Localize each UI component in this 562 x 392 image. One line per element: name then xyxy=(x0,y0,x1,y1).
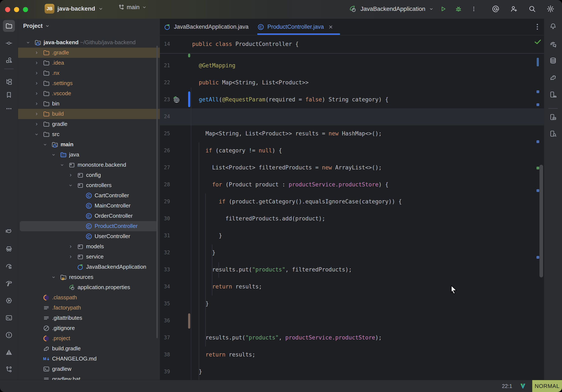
toolwindow-button-gradle[interactable] xyxy=(547,72,559,83)
error-stripe-mark[interactable] xyxy=(537,90,539,93)
tree-item-.project[interactable]: .project xyxy=(18,333,160,344)
tree-item-service[interactable]: service xyxy=(18,252,160,262)
ai-assistant-button[interactable] xyxy=(490,3,502,15)
line-number[interactable]: 22 xyxy=(160,74,170,91)
chevron-down-icon[interactable] xyxy=(34,132,39,137)
tree-item-.nx[interactable]: .nx xyxy=(18,68,160,78)
settings-button[interactable] xyxy=(545,3,556,15)
tree-item-MainController[interactable]: CMainController xyxy=(18,201,160,211)
toolwindow-button-device-search[interactable] xyxy=(547,128,559,140)
toolwindow-button-database[interactable] xyxy=(547,55,559,67)
chevron-down-icon[interactable] xyxy=(60,163,64,167)
line-number[interactable]: 36 xyxy=(160,312,170,329)
tree-item-models[interactable]: models xyxy=(18,241,160,252)
branch-widget[interactable]: main xyxy=(118,4,147,11)
run-button[interactable] xyxy=(437,3,449,15)
tree-item-java-backend[interactable]: java-backend ~/Github/java-backend xyxy=(18,37,160,48)
tree-item-src[interactable]: src xyxy=(18,129,160,140)
line-number[interactable]: 28 xyxy=(160,176,170,193)
tree-item-main[interactable]: main xyxy=(18,140,160,150)
chevron-right-icon[interactable] xyxy=(34,50,39,55)
line-number[interactable]: 24 xyxy=(160,108,170,125)
toolwindow-button-services[interactable] xyxy=(3,295,15,307)
tree-item-.gradle[interactable]: .gradle xyxy=(18,48,160,58)
chevron-down-icon[interactable] xyxy=(68,183,73,188)
tree-item-UserController[interactable]: CUserController xyxy=(18,231,160,241)
tree-item-application.properties[interactable]: application.properties xyxy=(18,282,160,293)
tree-item-java[interactable]: java xyxy=(18,150,160,160)
tree-item-bin[interactable]: bin xyxy=(18,99,160,109)
endpoint-globe-icon[interactable] xyxy=(172,96,181,104)
toolwindow-button-profiler[interactable] xyxy=(3,260,15,272)
error-stripe-mark[interactable] xyxy=(537,256,539,259)
tree-item-JavaBackendApplication[interactable]: JavaBackendApplication xyxy=(18,262,160,272)
toolwindow-button-more-dots[interactable] xyxy=(3,103,15,115)
line-number[interactable]: 14 xyxy=(160,35,170,53)
chevron-right-icon[interactable] xyxy=(68,173,73,178)
gutter-change-modified-marker[interactable] xyxy=(188,91,190,107)
chevron-right-icon[interactable] xyxy=(34,122,39,127)
error-stripe-mark[interactable] xyxy=(537,58,539,66)
tab-options-kebab-icon[interactable] xyxy=(533,23,542,31)
chevron-right-icon[interactable] xyxy=(34,112,39,116)
editor-tab-JavaBackendApplication.java[interactable]: JavaBackendApplication.java xyxy=(164,19,248,35)
line-number[interactable]: 38 xyxy=(160,346,170,363)
error-stripe-mark[interactable] xyxy=(537,140,539,143)
error-stripe-mark[interactable] xyxy=(537,189,539,192)
chevron-right-icon[interactable] xyxy=(34,91,39,96)
toolwindow-button-incognito[interactable] xyxy=(3,243,15,255)
search-everywhere-button[interactable] xyxy=(526,3,538,15)
gutter-change-whitespace-marker[interactable] xyxy=(188,313,190,329)
toolwindow-button-device-card[interactable] xyxy=(547,111,559,123)
tree-item-.gitignore[interactable]: .gitignore xyxy=(18,323,160,333)
ideavim-icon[interactable] xyxy=(519,383,526,390)
tree-item-resources[interactable]: resources xyxy=(18,272,160,282)
tree-item-.classpath[interactable]: .classpath xyxy=(18,293,160,303)
project-tree-scrollbar[interactable] xyxy=(156,46,158,338)
line-number[interactable]: 31 xyxy=(160,227,170,244)
chevron-right-icon[interactable] xyxy=(68,254,73,259)
vim-mode-badge[interactable]: NORMAL xyxy=(532,380,562,392)
debug-button[interactable] xyxy=(453,3,464,15)
line-number[interactable]: 21 xyxy=(160,57,170,74)
line-number[interactable]: 23 xyxy=(160,91,170,108)
tree-item-gradlew.bat[interactable]: gradlew.bat xyxy=(18,374,160,380)
zoom-window-button[interactable] xyxy=(23,7,28,12)
toolwindow-button-terminal[interactable] xyxy=(3,312,15,324)
line-number[interactable]: 26 xyxy=(160,142,170,159)
chevron-right-icon[interactable] xyxy=(34,101,39,106)
toolwindow-button-dash-cat[interactable] xyxy=(3,226,15,238)
run-configuration[interactable]: JavaBackendApplication xyxy=(361,6,425,12)
close-window-button[interactable] xyxy=(5,7,10,12)
toolwindow-button-project-folder[interactable] xyxy=(3,20,15,32)
tree-item-.vscode[interactable]: .vscode xyxy=(18,88,160,99)
project-panel-header[interactable]: Project xyxy=(23,19,50,33)
tree-item-gradlew[interactable]: gradlew xyxy=(18,364,160,374)
line-number[interactable]: 34 xyxy=(160,278,170,295)
chevron-down-icon[interactable] xyxy=(43,142,47,147)
tree-item-config[interactable]: config xyxy=(18,170,160,180)
editor-scrollbar[interactable] xyxy=(539,165,543,277)
chevron-right-icon[interactable] xyxy=(34,81,39,86)
toolwindow-button-git-branch[interactable] xyxy=(3,364,15,375)
tree-item-build[interactable]: build xyxy=(18,109,160,119)
chevron-down-icon[interactable] xyxy=(51,153,56,157)
tree-item-.factorypath[interactable]: .factorypath xyxy=(18,303,160,313)
tree-item-gradle[interactable]: gradle xyxy=(18,119,160,129)
toolwindow-button-build-hammer[interactable] xyxy=(3,277,15,289)
inspections-ok-icon[interactable] xyxy=(534,37,542,46)
toolwindow-button-ai-chat[interactable] xyxy=(547,38,559,50)
line-number[interactable]: 27 xyxy=(160,159,170,176)
chevron-right-icon[interactable] xyxy=(34,60,39,65)
minimize-window-button[interactable] xyxy=(14,7,19,12)
line-number[interactable]: 37 xyxy=(160,329,170,346)
tree-item-.settings[interactable]: .settings xyxy=(18,78,160,88)
toolwindow-button-warning[interactable] xyxy=(3,346,15,358)
line-number[interactable]: 33 xyxy=(160,261,170,278)
line-number[interactable]: 39 xyxy=(160,363,170,380)
code-with-me-button[interactable] xyxy=(508,3,520,15)
line-number[interactable]: 29 xyxy=(160,193,170,210)
tree-item-CHANGELOG.md[interactable]: MCHANGELOG.md xyxy=(18,354,160,364)
chevron-down-icon[interactable] xyxy=(26,40,30,45)
gutter-change-added-marker[interactable] xyxy=(188,54,190,57)
